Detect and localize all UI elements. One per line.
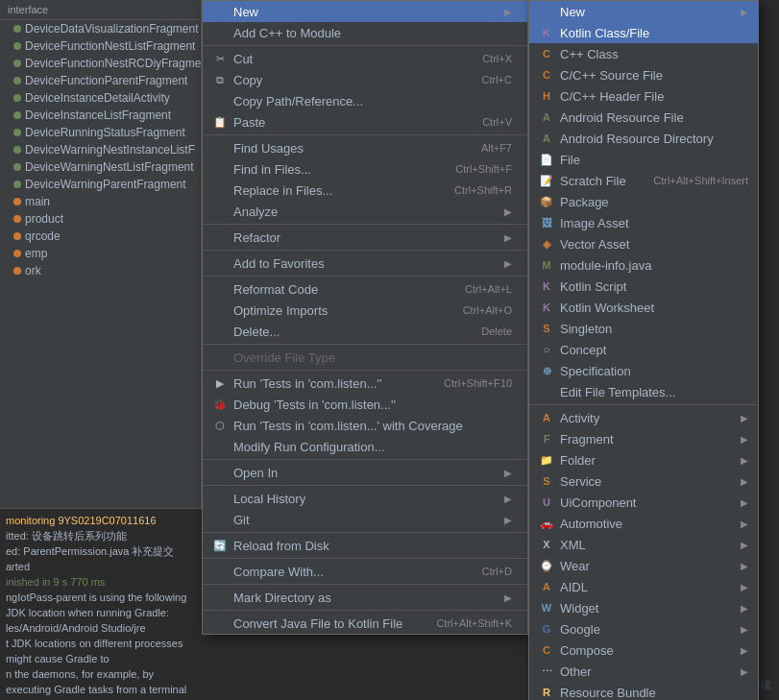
- menu-item-copy-path[interactable]: Copy Path/Reference...: [203, 90, 527, 111]
- menu-item-modify-run[interactable]: Modify Run Configuration...: [203, 436, 527, 457]
- sidebar-item[interactable]: DeviceInstanceDetailActivity: [0, 89, 201, 107]
- submenu-item-activity[interactable]: AActivity▶: [529, 407, 758, 428]
- submenu-left-service: SService: [539, 473, 601, 489]
- arrow-new: ▶: [504, 7, 512, 17]
- menu-item-open-in[interactable]: Open In▶: [203, 462, 527, 483]
- menu-item-left-find-usages: Find Usages: [212, 140, 304, 156]
- submenu-item-package[interactable]: 📦Package: [529, 191, 758, 212]
- submenu-icon-package: 📦: [539, 194, 554, 209]
- submenu-item-xml[interactable]: XXML▶: [529, 534, 758, 555]
- submenu-item-image-asset[interactable]: 🖼Image Asset: [529, 212, 758, 233]
- submenu-item-kotlin-class[interactable]: KKotlin Class/File: [529, 22, 758, 43]
- sidebar-dot: [13, 163, 21, 171]
- menu-item-debug-tests[interactable]: 🐞Debug 'Tests in 'com.listen...'': [203, 394, 527, 415]
- submenu-item-compose[interactable]: CCompose▶: [529, 640, 758, 661]
- sidebar-item[interactable]: DeviceFunctionNestListFragment: [0, 37, 201, 55]
- sidebar-item[interactable]: ork: [0, 262, 201, 279]
- submenu-item-module-info[interactable]: Mmodule-info.java: [529, 254, 758, 276]
- menu-item-delete[interactable]: Delete...Delete: [203, 321, 527, 342]
- submenu-icon-module-info: M: [539, 257, 554, 273]
- menu-item-icon-analyze: [212, 204, 228, 219]
- menu-item-run-tests[interactable]: ▶Run 'Tests in 'com.listen...''Ctrl+Shif…: [203, 373, 527, 394]
- menu-item-new[interactable]: New▶: [203, 1, 527, 22]
- menu-item-label-cut: Cut: [233, 52, 253, 66]
- menu-item-add-favorites[interactable]: Add to Favorites▶: [203, 253, 527, 274]
- submenu-item-aidl[interactable]: AAIDL▶: [529, 576, 758, 597]
- sidebar-dot: [13, 42, 21, 50]
- sidebar-item[interactable]: product: [0, 210, 201, 228]
- menu-item-analyze[interactable]: Analyze▶: [203, 201, 527, 222]
- menu-item-copy[interactable]: ⧉CopyCtrl+C: [203, 69, 527, 90]
- submenu-left-google: GGoogle: [539, 621, 600, 637]
- menu-item-local-history[interactable]: Local History▶: [203, 488, 527, 509]
- menu-item-label-open-in: Open In: [233, 466, 278, 480]
- submenu-item-fragment[interactable]: FFragment▶: [529, 428, 758, 449]
- menu-item-git[interactable]: Git▶: [203, 509, 527, 530]
- submenu-left-wear: ⌚Wear: [539, 558, 590, 573]
- sidebar-item[interactable]: main: [0, 193, 201, 210]
- menu-item-label-run-tests: Run 'Tests in 'com.listen...'': [233, 376, 381, 391]
- submenu-item-cpp-header[interactable]: HC/C++ Header File: [529, 85, 758, 107]
- submenu-item-cpp-source[interactable]: CC/C++ Source File: [529, 64, 758, 85]
- submenu-item-kotlin-script[interactable]: KKotlin Script: [529, 276, 758, 297]
- submenu-item-kotlin-worksheet[interactable]: KKotlin Worksheet: [529, 297, 758, 318]
- submenu-item-service[interactable]: SService▶: [529, 471, 758, 492]
- submenu-left-aidl: AAIDL: [539, 579, 588, 594]
- submenu-item-file[interactable]: 📄File: [529, 149, 758, 170]
- submenu-item-wear[interactable]: ⌚Wear▶: [529, 555, 758, 576]
- menu-item-left-copy-path: Copy Path/Reference...: [212, 93, 363, 109]
- submenu-item-concept[interactable]: ○Concept: [529, 339, 758, 360]
- submenu-arrow-aidl: ▶: [741, 582, 748, 592]
- submenu-item-specification[interactable]: ⊕Specification: [529, 360, 758, 381]
- submenu-item-android-resource-file[interactable]: AAndroid Resource File: [529, 107, 758, 128]
- sidebar-item[interactable]: DeviceWarningNestListFragment: [0, 158, 201, 176]
- submenu-item-folder[interactable]: 📁Folder▶: [529, 449, 758, 471]
- submenu-item-google[interactable]: GGoogle▶: [529, 618, 758, 640]
- submenu-item-edit-templates[interactable]: Edit File Templates...: [529, 381, 758, 402]
- menu-item-icon-modify-run: [212, 439, 228, 454]
- menu-item-find-usages[interactable]: Find UsagesAlt+F7: [203, 137, 527, 158]
- sidebar-item[interactable]: DeviceFunctionParentFragment: [0, 72, 201, 89]
- menu-item-find-files[interactable]: Find in Files...Ctrl+Shift+F: [203, 158, 527, 180]
- sidebar-item[interactable]: DeviceRunningStatusFragment: [0, 124, 201, 141]
- submenu-left-resource-bundle: RResource Bundle: [539, 685, 656, 700]
- menu-item-reload[interactable]: 🔄Reload from Disk: [203, 535, 527, 556]
- menu-item-icon-delete: [212, 324, 228, 339]
- submenu-item-other[interactable]: ⋯Other▶: [529, 661, 758, 682]
- submenu-item-cpp-class[interactable]: CC++ Class: [529, 43, 758, 64]
- menu-item-convert-kotlin[interactable]: Convert Java File to Kotlin FileCtrl+Alt…: [203, 613, 527, 634]
- submenu-label-file: File: [560, 153, 580, 167]
- sidebar-item[interactable]: DeviceFunctionNestRCDiyFragment: [0, 55, 201, 72]
- menu-item-left-convert-kotlin: Convert Java File to Kotlin File: [212, 616, 402, 631]
- menu-item-reformat[interactable]: Reformat CodeCtrl+Alt+L: [203, 278, 527, 300]
- menu-item-paste[interactable]: 📋PasteCtrl+V: [203, 111, 527, 133]
- sidebar-item[interactable]: DeviceDataVisualizationFragment: [0, 20, 201, 37]
- submenu-item-widget[interactable]: WWidget▶: [529, 597, 758, 618]
- menu-item-replace[interactable]: Replace in Files...Ctrl+Shift+R: [203, 180, 527, 201]
- menu-item-left-add-favorites: Add to Favorites: [212, 255, 325, 271]
- menu-item-cut[interactable]: ✂CutCtrl+X: [203, 48, 527, 69]
- sidebar-item[interactable]: qrcode: [0, 228, 201, 245]
- sidebar-item[interactable]: DeviceWarningParentFragment: [0, 176, 201, 193]
- submenu-item-resource-bundle[interactable]: RResource Bundle: [529, 682, 758, 700]
- sidebar-item[interactable]: emp: [0, 245, 201, 262]
- sidebar-item[interactable]: DeviceInstanceListFragment: [0, 107, 201, 124]
- submenu-left-image-asset: 🖼Image Asset: [539, 215, 629, 230]
- menu-item-compare-with[interactable]: Compare With...Ctrl+D: [203, 561, 527, 582]
- submenu-item-scratch-file[interactable]: 📝Scratch FileCtrl+Alt+Shift+Insert: [529, 170, 758, 191]
- submenu-item-singleton[interactable]: SSingleton: [529, 318, 758, 339]
- menu-item-refactor[interactable]: Refactor▶: [203, 227, 527, 248]
- submenu-item-android-resource-dir[interactable]: AAndroid Resource Directory: [529, 128, 758, 149]
- menu-item-mark-dir[interactable]: Mark Directory as▶: [203, 587, 527, 608]
- submenu-item-vector-asset[interactable]: ◈Vector Asset: [529, 233, 758, 254]
- submenu-item-automotive[interactable]: 🚗Automotive▶: [529, 513, 758, 534]
- menu-item-optimize[interactable]: Optimize ImportsCtrl+Alt+O: [203, 300, 527, 321]
- submenu-item-ui-component[interactable]: UUiComponent▶: [529, 492, 758, 513]
- submenu-new-arrow: ▶: [741, 7, 748, 17]
- menu-item-left-delete: Delete...: [212, 324, 280, 339]
- sidebar-item[interactable]: DeviceWarningNestInstanceListF: [0, 141, 201, 158]
- menu-item-left-debug-tests: 🐞Debug 'Tests in 'com.listen...'': [212, 397, 396, 412]
- menu-item-run-coverage[interactable]: ⬡Run 'Tests in 'com.listen...' with Cove…: [203, 415, 527, 436]
- menu-item-add-cpp[interactable]: Add C++ to Module: [203, 22, 527, 43]
- submenu-left-automotive: 🚗Automotive: [539, 516, 622, 531]
